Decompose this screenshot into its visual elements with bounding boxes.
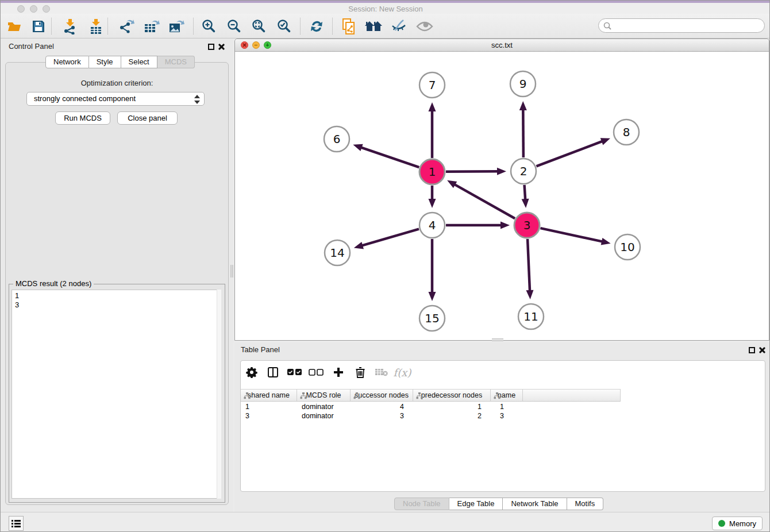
titlebar: Session: New Session (1, 3, 770, 14)
delete-column-trash-icon[interactable] (352, 364, 369, 381)
float-panel-icon[interactable] (208, 44, 214, 50)
function-builder-icon-disabled: f(x) (394, 364, 411, 381)
close-panel-icon[interactable] (217, 43, 225, 51)
table-panel: Table Panel (234, 342, 770, 512)
memory-button[interactable]: Memory (712, 516, 763, 530)
cell-successor-nodes: 3 (351, 411, 413, 421)
graph-edge-arrowhead (354, 242, 364, 249)
close-panel-button[interactable]: Close panel (117, 111, 178, 125)
cell-MCDS-role: dominator (297, 402, 351, 411)
graph-edge-1-2[interactable] (446, 171, 498, 172)
table-row[interactable]: 1dominator411 (241, 402, 765, 411)
criterion-value: strongly connected component (34, 94, 136, 103)
application-window: Session: New Session (0, 0, 770, 532)
network-canvas[interactable]: 7968124314101511 (235, 52, 769, 340)
graph-edge-3-11[interactable] (528, 239, 530, 291)
cell-predecessor-nodes: 1 (413, 402, 491, 411)
memory-label: Memory (729, 519, 756, 528)
graph-edge-3-1[interactable] (454, 184, 515, 219)
search-input[interactable] (614, 21, 764, 30)
refresh-layout-icon[interactable] (306, 16, 327, 37)
table-close-icon[interactable] (758, 346, 765, 354)
column-header-empty (523, 390, 621, 401)
run-mcds-button[interactable]: Run MCDS (55, 111, 110, 125)
cell-successor-nodes: 4 (351, 402, 413, 411)
table-tab-network-table[interactable]: Network Table (503, 498, 567, 510)
import-network-icon[interactable] (60, 16, 80, 37)
criterion-select[interactable]: strongly connected component (26, 92, 205, 106)
zoom-selected-icon[interactable] (274, 16, 295, 37)
result-scrollbar[interactable] (217, 290, 221, 499)
table-tab-edge-table[interactable]: Edge Table (449, 498, 503, 510)
graph-edge-arrowhead (429, 292, 436, 301)
graph-node-label: 9 (519, 77, 527, 91)
horizontal-splitter-grip[interactable] (492, 338, 503, 341)
graph-edge-3-10[interactable] (540, 228, 603, 242)
table-tab-node-table[interactable]: Node Table (394, 498, 449, 510)
control-panel: Control Panel NetworkStyleSelectMCDS Opt… (1, 38, 233, 512)
import-table-icon[interactable] (86, 16, 106, 37)
home-networks-icon[interactable] (363, 16, 384, 37)
graph-node-label: 1 (429, 165, 436, 179)
show-hidden-eye-icon[interactable] (414, 16, 435, 37)
column-header-MCDS-role[interactable]: MCDS role (297, 390, 351, 401)
table-toolbar: f(x) (241, 361, 765, 384)
deselect-all-columns-icon[interactable] (307, 364, 325, 381)
graph-edge-arrowhead (500, 222, 510, 229)
mcds-result-text[interactable]: 1 3 (11, 290, 221, 499)
cell-name: 1 (491, 402, 523, 411)
search-box[interactable] (598, 18, 765, 33)
open-session-icon[interactable] (4, 16, 25, 37)
graph-edge-1-6[interactable] (361, 147, 419, 167)
graph-edge-arrowhead (600, 138, 610, 145)
control-tab-mcds[interactable]: MCDS (157, 56, 195, 68)
task-list-icon (11, 519, 21, 527)
mcds-tab-content: Optimization criterion: strongly connect… (5, 62, 229, 505)
save-session-icon[interactable] (28, 16, 49, 37)
table-float-icon[interactable] (749, 347, 755, 353)
control-panel-title: Control Panel (9, 42, 54, 51)
graph-node-label: 11 (523, 310, 538, 323)
cell-MCDS-role: dominator (297, 411, 351, 421)
add-column-icon[interactable] (330, 364, 347, 381)
export-network-icon[interactable] (116, 16, 137, 37)
select-chevrons-icon (194, 93, 200, 106)
graph-edge-2-3[interactable] (525, 185, 526, 200)
graph-edge-arrowhead (522, 199, 529, 208)
select-all-columns-icon[interactable] (286, 364, 303, 381)
network-window-title: scc.txt (235, 41, 769, 49)
mcds-result-group: MCDS result (2 nodes) 1 3 (9, 284, 225, 503)
graph-edge-2-8[interactable] (536, 141, 602, 167)
graph-edge-4-14[interactable] (361, 229, 419, 246)
column-header-shared-name[interactable]: shared name (241, 390, 297, 401)
column-flow-icon (244, 392, 251, 399)
export-table-icon[interactable] (141, 16, 162, 37)
export-image-icon[interactable] (166, 16, 187, 37)
table-settings-gear-icon[interactable] (243, 364, 260, 381)
search-icon (603, 22, 611, 30)
table-body: 1dominator4113dominator323 (241, 402, 765, 421)
graph-edge-2-9[interactable] (523, 109, 523, 157)
network-view-window: ✕ − + scc.txt 7968124314101511 (234, 38, 769, 341)
control-tab-network[interactable]: Network (45, 56, 89, 68)
table-row[interactable]: 3dominator323 (241, 411, 765, 421)
column-header-name[interactable]: name (491, 390, 523, 401)
zoom-fit-icon[interactable] (249, 16, 270, 37)
control-tab-select[interactable]: Select (121, 56, 157, 68)
task-history-button[interactable] (9, 516, 24, 531)
table-panel-title: Table Panel (241, 345, 280, 354)
column-header-successor-nodes[interactable]: successor nodes (351, 390, 413, 401)
graph-edge-arrowhead (601, 238, 611, 245)
hide-selected-eye-icon[interactable] (388, 16, 409, 37)
vertical-splitter-grip[interactable] (230, 265, 233, 277)
control-tab-style[interactable]: Style (89, 56, 121, 68)
duplicate-network-icon[interactable] (338, 16, 359, 37)
split-columns-icon[interactable] (264, 364, 282, 381)
network-window-titlebar[interactable]: ✕ − + scc.txt (235, 39, 769, 52)
zoom-out-icon[interactable] (224, 16, 245, 37)
optimization-criterion-label: Optimization criterion: (6, 79, 228, 87)
column-header-predecessor-nodes[interactable]: predecessor nodes (413, 390, 491, 401)
zoom-in-icon[interactable] (199, 16, 220, 37)
cell-predecessor-nodes: 2 (413, 411, 491, 421)
table-tab-motifs[interactable]: Motifs (567, 498, 604, 510)
